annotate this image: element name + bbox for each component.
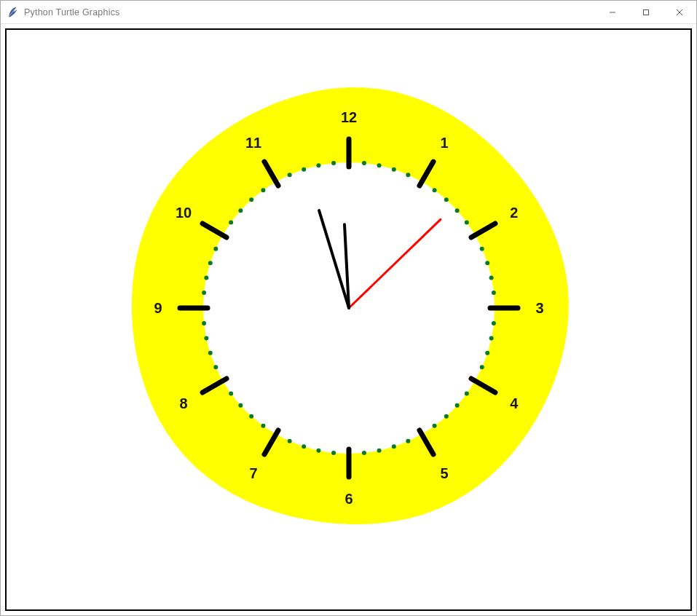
minute-dot <box>479 365 484 369</box>
hour-number: 5 <box>440 465 448 481</box>
minute-dot <box>213 247 218 251</box>
minute-dot <box>202 321 206 325</box>
minute-dot <box>432 188 436 192</box>
close-button[interactable] <box>663 1 696 23</box>
minute-dot <box>391 167 395 172</box>
hour-number: 10 <box>175 205 191 221</box>
minute-dot <box>316 163 320 167</box>
minute-dot <box>479 247 484 251</box>
titlebar: Python Turtle Graphics <box>1 1 696 24</box>
turtle-canvas: 121234567891011 <box>5 28 692 611</box>
minute-dot <box>238 208 243 213</box>
minute-dot <box>491 321 495 325</box>
minute-dot <box>261 424 265 428</box>
maximize-button[interactable] <box>629 1 663 23</box>
minute-dot <box>287 439 291 443</box>
minute-dot <box>444 197 448 202</box>
minute-dot <box>489 275 493 280</box>
minute-dot <box>208 261 212 265</box>
window-controls <box>596 1 696 23</box>
minute-dot <box>249 414 253 419</box>
minute-dot <box>485 351 489 355</box>
app-window: Python Turtle Graphics 121234567891011 <box>0 0 697 616</box>
minute-dot <box>454 403 459 408</box>
minute-dot <box>229 392 233 396</box>
hour-number: 11 <box>245 135 261 151</box>
hour-number: 7 <box>249 465 257 481</box>
hour-number: 3 <box>535 300 543 316</box>
hour-number: 4 <box>510 395 519 411</box>
minute-dot <box>249 197 253 202</box>
hour-number: 8 <box>179 395 187 411</box>
minute-dot <box>361 451 366 455</box>
minute-dot <box>331 161 336 165</box>
window-title: Python Turtle Graphics <box>24 7 120 17</box>
minute-dot <box>432 424 436 428</box>
minute-dot <box>485 261 489 265</box>
minute-dot <box>229 221 233 225</box>
minute-dot <box>377 163 381 167</box>
minute-dot <box>361 161 366 165</box>
minute-dot <box>406 439 410 443</box>
minute-dot <box>204 336 208 341</box>
minute-dot <box>213 365 218 369</box>
minute-dot <box>316 449 320 453</box>
minute-dot <box>489 336 493 341</box>
minute-dot <box>391 444 395 449</box>
hour-number: 9 <box>154 300 162 316</box>
minute-dot <box>302 167 306 172</box>
minute-dot <box>208 351 212 355</box>
minute-dot <box>454 208 459 213</box>
title-left: Python Turtle Graphics <box>1 7 120 18</box>
minute-dot <box>238 403 243 408</box>
minute-dot <box>261 188 265 192</box>
minute-dot <box>202 291 206 295</box>
minute-dot <box>287 173 291 177</box>
minute-dot <box>377 449 381 453</box>
hour-number: 12 <box>340 109 356 125</box>
minute-dot <box>302 444 306 449</box>
minute-dot <box>406 173 410 177</box>
minute-dot <box>464 392 468 396</box>
svg-rect-2 <box>644 9 649 15</box>
python-feather-icon <box>7 7 18 18</box>
clock-graphic: 121234567891011 <box>116 75 582 541</box>
minute-dot <box>464 221 468 225</box>
hour-number: 2 <box>510 205 518 221</box>
minute-dot <box>204 275 208 280</box>
minute-dot <box>491 291 495 295</box>
minute-dot <box>444 414 448 419</box>
hour-number: 1 <box>440 135 448 151</box>
hour-number: 6 <box>344 491 353 507</box>
minute-dot <box>331 451 336 455</box>
minimize-button[interactable] <box>596 1 629 23</box>
canvas-wrap: 121234567891011 <box>1 24 696 615</box>
